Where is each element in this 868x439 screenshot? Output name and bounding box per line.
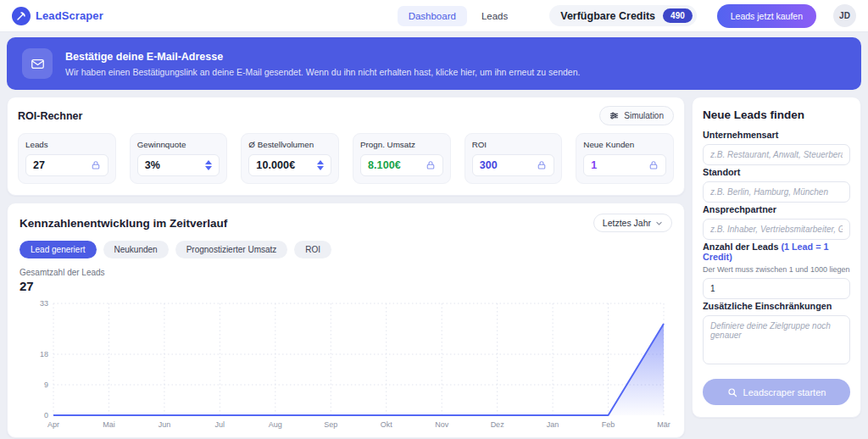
roi-stat-card: Ø Bestellvolumen10.000€ — [241, 133, 339, 184]
nav-tab-leads[interactable]: Leads — [470, 6, 519, 26]
chart-tab-roi[interactable]: ROI — [294, 241, 331, 258]
sidebar-field-input[interactable] — [703, 219, 850, 240]
roi-stat-value: 3% — [145, 159, 160, 171]
credits-label: Verfügbare Credits — [560, 10, 655, 22]
x-tick-label: Apr — [47, 420, 59, 429]
x-tick-label: Aug — [269, 420, 282, 429]
start-leadscraper-label: Leadscraper starten — [743, 387, 826, 397]
restrictions-label: Zusätzliche Einschränkungen — [703, 301, 850, 311]
roi-stat-value-box: 300 — [472, 154, 555, 176]
sidebar-field-input[interactable] — [703, 181, 850, 203]
roi-stat-value: 8.100€ — [368, 159, 401, 171]
x-tick-label: Okt — [381, 420, 393, 429]
email-confirmation-banner[interactable]: Bestätige deine E-Mail-Adresse Wir haben… — [7, 37, 861, 90]
sidebar-field-input[interactable] — [703, 144, 850, 165]
stepper-up-icon — [317, 160, 324, 164]
nav-tabs: DashboardLeads — [398, 6, 520, 26]
banner-text: Bestätige deine E-Mail-Adresse Wir haben… — [65, 51, 580, 77]
user-avatar[interactable]: JD — [833, 4, 856, 27]
nav-tab-dashboard[interactable]: Dashboard — [398, 6, 467, 26]
roi-stat-value-box: 27 — [25, 154, 108, 176]
roi-stat-value: 10.000€ — [256, 159, 295, 171]
sidebar-field: Unternehmensart — [703, 130, 850, 165]
credits-pill: Verfügbare Credits 490 — [549, 5, 697, 26]
sidebar-field: Ansprechpartner — [703, 204, 850, 240]
chart-tab-lead-generiert[interactable]: Lead generiert — [19, 241, 97, 258]
sidebar-fields: UnternehmensartStandortAnsprechpartner — [703, 130, 850, 240]
stepper-up-icon — [205, 160, 212, 164]
leads-count-helper: Der Wert muss zwischen 1 und 1000 liegen — [703, 265, 850, 274]
roi-stat-card: ROI300 — [465, 133, 563, 184]
roi-title: ROI-Rechner — [18, 110, 82, 122]
chart-tab-prognostizierter-umsatz[interactable]: Prognostizierter Umsatz — [175, 241, 288, 258]
lock-icon — [648, 160, 659, 170]
pickaxe-logo-icon — [12, 7, 31, 25]
roi-stat-value-box[interactable]: 10.000€ — [248, 154, 331, 176]
x-tick-label: Mai — [103, 420, 115, 429]
leads-count-label: Anzahl der Leads (1 Lead = 1 Credit) — [703, 242, 850, 262]
brand[interactable]: LeadScraper — [12, 7, 103, 25]
simulation-button[interactable]: Simulation — [599, 106, 674, 125]
page-content: Bestätige deine E-Mail-Adresse Wir haben… — [0, 32, 868, 439]
x-tick-label: Jan — [547, 420, 559, 429]
chart-metric-value: 27 — [19, 279, 672, 293]
brand-name: LeadScraper — [36, 9, 103, 22]
roi-fields-grid: Leads27Gewinnquote3%Ø Bestellvolumen10.0… — [18, 133, 674, 184]
top-navbar: LeadScraper DashboardLeads Verfügbare Cr… — [0, 0, 868, 32]
y-tick-label: 33 — [40, 299, 48, 308]
chart-series-line — [53, 324, 664, 415]
x-tick-label: Nov — [435, 420, 449, 429]
sidebar-field-label: Standort — [703, 167, 850, 177]
main-column: ROI-Rechner Simulation Leads27Gewinnquot… — [7, 97, 685, 439]
buy-leads-button[interactable]: Leads jetzt kaufen — [717, 4, 816, 28]
chart-tab-neukunden[interactable]: Neukunden — [103, 241, 169, 258]
sidebar-field: Standort — [703, 167, 850, 203]
lock-icon — [537, 160, 547, 170]
roi-stat-value-box[interactable]: 3% — [137, 154, 220, 176]
restrictions-textarea[interactable] — [703, 315, 850, 364]
kpi-chart-card: Kennzahlenentwicklung im Zeitverlauf Let… — [7, 203, 685, 438]
roi-stat-card: Progn. Umsatz8.100€ — [353, 133, 451, 184]
lock-icon — [426, 160, 436, 170]
x-tick-label: Mär — [657, 420, 670, 429]
chevron-down-icon — [655, 220, 663, 227]
chart-metric-label: Gesamtzahl der Leads — [19, 268, 672, 277]
roi-stat-card: Leads27 — [18, 133, 116, 184]
roi-stat-value-box: 1 — [583, 154, 666, 176]
leads-area-chart-svg: 091833AprMaiJunJulAugSepOktNovDezJanFebM… — [19, 297, 672, 431]
simulation-button-label: Simulation — [624, 111, 664, 120]
chart-metric-tabs: Lead generiertNeukundenPrognostizierter … — [19, 241, 672, 258]
y-tick-label: 9 — [44, 381, 48, 389]
time-range-selector[interactable]: Letztes Jahr — [593, 214, 672, 232]
lock-icon — [91, 160, 101, 170]
sliders-icon — [609, 111, 619, 120]
search-icon — [727, 387, 737, 397]
stepper-down-icon — [317, 166, 324, 170]
roi-stat-value-box: 8.100€ — [360, 154, 443, 176]
banner-title: Bestätige deine E-Mail-Adresse — [65, 51, 580, 63]
area-chart: 091833AprMaiJunJulAugSepOktNovDezJanFebM… — [19, 297, 672, 434]
start-leadscraper-button[interactable]: Leadscraper starten — [703, 379, 850, 405]
roi-stat-label: Leads — [25, 140, 108, 149]
y-tick-label: 18 — [40, 350, 48, 358]
sidebar-field-label: Ansprechpartner — [703, 204, 850, 214]
value-stepper[interactable] — [205, 160, 212, 170]
sidebar-title: Neue Leads finden — [703, 108, 850, 121]
chart-area-fill — [53, 324, 664, 415]
leads-count-input[interactable] — [703, 278, 850, 299]
roi-stat-card: Neue Kunden1 — [576, 133, 674, 184]
x-tick-label: Feb — [602, 420, 615, 429]
x-tick-label: Sep — [324, 420, 337, 429]
roi-stat-card: Gewinnquote3% — [130, 133, 228, 184]
roi-stat-value: 300 — [480, 159, 498, 171]
value-stepper[interactable] — [317, 160, 324, 170]
find-leads-sidebar: Neue Leads finden UnternehmensartStandor… — [692, 97, 861, 418]
x-tick-label: Jun — [159, 420, 171, 429]
roi-calculator-card: ROI-Rechner Simulation Leads27Gewinnquot… — [7, 97, 685, 196]
stepper-down-icon — [205, 166, 212, 170]
roi-stat-label: Progn. Umsatz — [360, 140, 443, 149]
time-range-label: Letztes Jahr — [603, 218, 651, 228]
x-tick-label: Jul — [215, 420, 225, 429]
mail-icon — [22, 48, 53, 79]
credits-count-badge: 490 — [663, 8, 693, 23]
